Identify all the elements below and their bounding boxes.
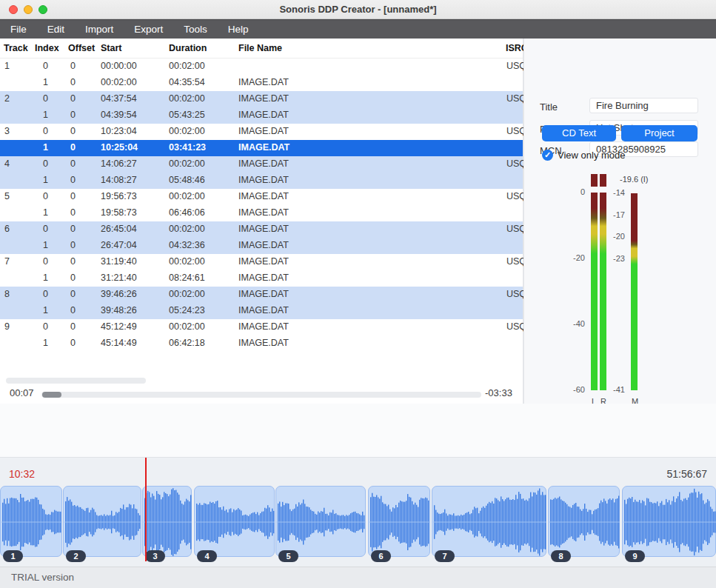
wave-track-3[interactable]: 3 xyxy=(142,486,192,557)
waveform-total-label: 51:56:67 xyxy=(667,468,708,480)
table-row[interactable]: 10000:00:0000:02:00USQ xyxy=(0,59,523,75)
table-row[interactable]: 40014:06:2700:02:00IMAGE.DATUSQ xyxy=(0,156,523,173)
table-row[interactable]: 1026:47:0404:32:36IMAGE.DAT xyxy=(0,238,523,254)
title-field[interactable]: Fire Burning xyxy=(589,98,698,113)
cell-duration: 05:48:46 xyxy=(169,175,205,185)
track-number-badge: 1 xyxy=(3,550,23,562)
cell-duration: 00:02:00 xyxy=(169,61,205,71)
cell-file: IMAGE.DAT xyxy=(238,240,289,250)
menu-item-tools[interactable]: Tools xyxy=(173,20,218,39)
column-header-file-name[interactable]: File Name xyxy=(238,43,282,53)
cell-isrc: USQ xyxy=(506,321,523,332)
cell-start: 19:56:73 xyxy=(101,191,137,201)
cell-index: 1 xyxy=(43,77,48,87)
app-window: Sonoris DDP Creator - [unnamed*] FileEdi… xyxy=(0,0,716,588)
menu-item-help[interactable]: Help xyxy=(218,20,259,39)
window-title: Sonoris DDP Creator - [unnamed*] xyxy=(0,4,716,15)
menu-item-export[interactable]: Export xyxy=(124,20,173,39)
column-header-index[interactable]: Index xyxy=(35,43,59,53)
cell-start: 31:21:40 xyxy=(101,273,137,283)
cell-offset: 0 xyxy=(70,321,76,332)
cell-offset: 0 xyxy=(70,240,76,250)
cell-index: 1 xyxy=(43,110,48,120)
cell-index: 1 xyxy=(43,175,48,185)
wave-track-5[interactable]: 5 xyxy=(275,486,366,557)
cell-offset: 0 xyxy=(70,93,76,104)
column-header-duration[interactable]: Duration xyxy=(169,43,207,53)
wave-track-2[interactable]: 2 xyxy=(63,486,141,557)
view-only-label: View only mode xyxy=(558,150,626,161)
m-tick-label: -14 xyxy=(594,188,625,197)
cell-index: 0 xyxy=(43,158,48,169)
table-row[interactable]: 1004:39:5405:43:25IMAGE.DAT xyxy=(0,107,523,124)
table-row[interactable]: 1010:25:0403:41:23IMAGE.DAT xyxy=(0,140,523,156)
cell-duration: 03:41:23 xyxy=(169,142,206,153)
cell-start: 26:45:04 xyxy=(101,224,137,234)
table-row[interactable]: 80039:46:2600:02:00IMAGE.DATUSQ xyxy=(0,287,523,303)
table-row[interactable]: 1000:02:0004:35:54IMAGE.DAT xyxy=(0,75,523,91)
cell-duration: 00:02:00 xyxy=(169,224,205,234)
table-row[interactable]: 1045:14:4906:42:18IMAGE.DAT xyxy=(0,335,523,352)
table-row[interactable]: 1031:21:4008:24:61IMAGE.DAT xyxy=(0,270,523,287)
cell-duration: 05:24:23 xyxy=(169,305,205,315)
lr-tick-label: 0 xyxy=(554,187,585,196)
table-row[interactable]: 20004:37:5400:02:00IMAGE.DATUSQ xyxy=(0,91,523,107)
table-row[interactable]: 1014:08:2705:48:46IMAGE.DAT xyxy=(0,173,523,189)
column-header-offset[interactable]: Offset xyxy=(68,43,95,53)
cell-isrc: USQ xyxy=(506,289,523,299)
cell-start: 00:02:00 xyxy=(101,77,137,87)
track-number-badge: 8 xyxy=(551,550,571,562)
cell-isrc: USQ xyxy=(506,191,523,201)
table-row[interactable]: 70031:19:4000:02:00IMAGE.DATUSQ xyxy=(0,254,523,270)
menu-item-file[interactable]: File xyxy=(0,20,37,39)
cd-text-button[interactable]: CD Text xyxy=(542,125,616,141)
table-row[interactable]: 60026:45:0400:02:00IMAGE.DATUSQ xyxy=(0,221,523,238)
cell-duration: 06:46:06 xyxy=(169,207,205,218)
project-button[interactable]: Project xyxy=(621,125,697,141)
table-row[interactable]: 30010:23:0400:02:00IMAGE.DATUSQ xyxy=(0,124,523,140)
track-table: TrackIndexOffsetStartDurationFile NameIS… xyxy=(0,39,523,404)
cell-offset: 0 xyxy=(70,142,76,153)
wave-track-8[interactable]: 8 xyxy=(548,486,620,557)
status-text: TRIAL version xyxy=(11,572,74,583)
table-row[interactable]: 1019:58:7306:46:06IMAGE.DAT xyxy=(0,205,523,221)
cell-offset: 0 xyxy=(70,289,76,299)
cell-duration: 00:02:00 xyxy=(169,256,205,267)
wave-track-6[interactable]: 6 xyxy=(368,486,430,557)
cell-duration: 05:43:25 xyxy=(169,110,205,120)
table-row[interactable]: 90045:12:4900:02:00IMAGE.DATUSQ xyxy=(0,319,523,335)
view-only-checkbox[interactable]: ✓ xyxy=(542,150,553,161)
cell-offset: 0 xyxy=(70,110,76,120)
playhead-cursor[interactable] xyxy=(145,458,147,561)
cell-isrc: USQ xyxy=(506,158,523,169)
cell-offset: 0 xyxy=(70,61,76,71)
horizontal-scrollbar[interactable] xyxy=(6,378,146,384)
cell-file: IMAGE.DAT xyxy=(238,158,289,169)
cell-offset: 0 xyxy=(70,338,76,348)
menu-item-import[interactable]: Import xyxy=(75,20,124,39)
cell-offset: 0 xyxy=(70,158,76,169)
cell-file: IMAGE.DAT xyxy=(238,191,289,201)
statusbar: TRIAL version xyxy=(0,567,716,588)
cell-file: IMAGE.DAT xyxy=(238,338,289,348)
playback-slider-thumb[interactable] xyxy=(42,392,61,398)
playback-slider[interactable] xyxy=(41,392,481,398)
table-row[interactable]: 1039:48:2605:24:23IMAGE.DAT xyxy=(0,303,523,319)
wave-track-9[interactable]: 9 xyxy=(622,486,716,557)
table-row[interactable]: 50019:56:7300:02:00IMAGE.DATUSQ xyxy=(0,189,523,205)
cell-track: 1 xyxy=(4,61,10,71)
track-number-badge: 6 xyxy=(371,550,391,562)
lr-tick-label: -60 xyxy=(554,385,585,394)
menu-item-edit[interactable]: Edit xyxy=(37,20,75,39)
m-tick-label: -20 xyxy=(594,232,625,241)
column-header-track[interactable]: Track xyxy=(4,43,28,53)
meter-bar-left xyxy=(591,193,598,390)
cell-offset: 0 xyxy=(70,224,76,234)
wave-track-1[interactable]: 1 xyxy=(0,486,62,557)
column-header-start[interactable]: Start xyxy=(101,43,121,53)
wave-track-4[interactable]: 4 xyxy=(194,486,275,557)
cell-duration: 04:32:36 xyxy=(169,240,205,250)
wave-track-7[interactable]: 7 xyxy=(432,486,546,557)
cell-track: 3 xyxy=(4,126,10,136)
cell-track: 4 xyxy=(4,158,10,169)
